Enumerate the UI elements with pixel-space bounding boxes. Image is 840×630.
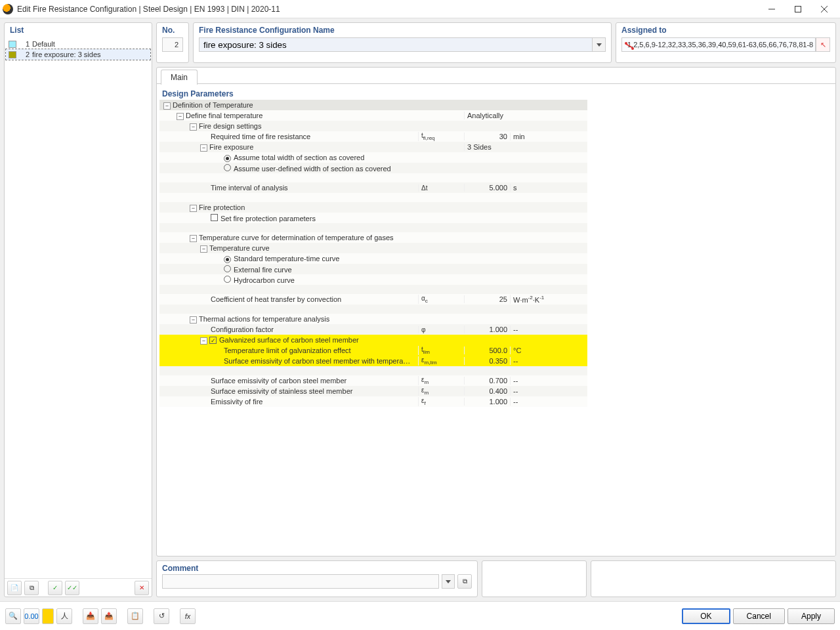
collapse-icon[interactable]: − bbox=[177, 113, 184, 120]
row-std-curve[interactable]: Standard temperature-time curve bbox=[159, 253, 587, 264]
units-button[interactable]: 0.00 bbox=[24, 608, 39, 624]
svg-rect-1 bbox=[795, 6, 801, 12]
row-assume-total-width[interactable]: Assume total width of section as covered bbox=[159, 152, 587, 163]
row-temp-curve[interactable]: −Temperature curve bbox=[159, 243, 587, 253]
config-name-input[interactable] bbox=[199, 37, 593, 52]
collapse-icon[interactable]: − bbox=[190, 123, 197, 131]
collapse-icon[interactable]: − bbox=[190, 235, 197, 242]
collapse-icon[interactable]: − bbox=[200, 337, 207, 345]
row-surf-emis-stainless[interactable]: Surface emissivity of stainless steel me… bbox=[159, 386, 587, 396]
maximize-button[interactable] bbox=[785, 0, 811, 18]
color-swatch bbox=[9, 41, 16, 48]
row-thermal-actions-group[interactable]: −Thermal actions for temperature analysi… bbox=[159, 314, 587, 324]
row-ext-curve[interactable]: External fire curve bbox=[159, 264, 587, 274]
delete-button[interactable]: ✕ bbox=[135, 581, 149, 595]
collapse-icon[interactable]: − bbox=[190, 205, 197, 212]
row-fire-design-settings[interactable]: −Fire design settings bbox=[159, 121, 587, 131]
row-galvanized-surface[interactable]: −✓Galvanized surface of carbon steel mem… bbox=[159, 335, 587, 345]
row-emis-fire[interactable]: Emissivity of fire εf1.000-- bbox=[159, 396, 587, 407]
spacer-row bbox=[159, 223, 587, 232]
members-filter-button[interactable]: 人 bbox=[56, 608, 72, 624]
radio-ext-curve[interactable] bbox=[224, 265, 231, 272]
assigned-box: Assigned to 1,2,5,6,9-12,32,33,35,36,39,… bbox=[616, 22, 836, 63]
function-button[interactable]: fx bbox=[180, 608, 196, 624]
list-header: List bbox=[5, 23, 152, 37]
list-item-fire-exposure[interactable]: 2 fire exposure: 3 sides bbox=[6, 49, 150, 60]
no-field[interactable]: 2 bbox=[162, 37, 183, 52]
row-surf-emis-galv[interactable]: Surface emissivity of carbon steel membe… bbox=[159, 356, 587, 366]
design-parameters-title: Design Parameters bbox=[159, 88, 587, 100]
checkbox-set-fire-protection[interactable] bbox=[211, 214, 218, 221]
spare-box-2 bbox=[591, 560, 836, 597]
no-box: No. 2 bbox=[156, 22, 189, 63]
comment-dropdown-button[interactable] bbox=[442, 574, 455, 589]
row-hydro-curve[interactable]: Hydrocarbon curve bbox=[159, 274, 587, 285]
collapse-icon[interactable]: − bbox=[200, 245, 207, 253]
name-dropdown-button[interactable] bbox=[593, 37, 606, 52]
row-fire-protection[interactable]: −Fire protection bbox=[159, 202, 587, 213]
row-required-time[interactable]: Required time of fire resistance tfi,req… bbox=[159, 131, 587, 142]
radio-user-width[interactable] bbox=[224, 164, 231, 171]
copy-button[interactable]: ⧉ bbox=[24, 581, 39, 595]
tab-main[interactable]: Main bbox=[161, 70, 198, 85]
cancel-button[interactable]: Cancel bbox=[733, 608, 785, 624]
apply-button[interactable]: Apply bbox=[788, 608, 835, 624]
group-definition-temperature[interactable]: −Definition of Temperature bbox=[159, 100, 587, 110]
row-config-factor[interactable]: Configuration factor φ1.000-- bbox=[159, 324, 587, 335]
spacer-row bbox=[159, 173, 587, 182]
ok-button[interactable]: OK bbox=[682, 608, 730, 624]
spacer-row bbox=[159, 193, 587, 202]
spare-box bbox=[482, 560, 587, 597]
list-item-default[interactable]: 1 Default bbox=[6, 39, 150, 49]
row-fire-exposure[interactable]: −Fire exposure 3 Sides bbox=[159, 142, 587, 152]
checkbox-galvanized[interactable]: ✓ bbox=[209, 337, 217, 344]
list-panel: List 1 Default 2 fire exposure: 3 sides … bbox=[4, 22, 152, 597]
radio-std-curve[interactable] bbox=[224, 256, 231, 263]
collapse-icon[interactable]: − bbox=[200, 144, 207, 152]
minimize-button[interactable] bbox=[759, 0, 785, 18]
row-set-fire-protection[interactable]: Set fire protection parameters bbox=[159, 213, 587, 223]
window-title: Edit Fire Resistance Configuration | Ste… bbox=[17, 5, 759, 14]
clipboard-button[interactable]: 📋 bbox=[127, 608, 143, 624]
row-surf-emis-carbon[interactable]: Surface emissivity of carbon steel membe… bbox=[159, 375, 587, 386]
name-box: Fire Resistance Configuration Name bbox=[193, 22, 612, 63]
help-button[interactable]: 🔍 bbox=[5, 608, 21, 624]
assigned-to-field[interactable]: 1,2,5,6,9-12,32,33,35,36,39,40,59,61-63,… bbox=[621, 37, 816, 52]
row-define-final-temp[interactable]: −Define final temperature Analytically bbox=[159, 110, 587, 121]
comment-library-button[interactable]: ⧉ bbox=[457, 574, 472, 589]
row-temp-curve-group[interactable]: −Temperature curve for determination of … bbox=[159, 232, 587, 243]
spacer-row bbox=[159, 304, 587, 314]
color-button[interactable] bbox=[42, 608, 54, 624]
app-icon bbox=[3, 4, 13, 14]
radio-hydro-curve[interactable] bbox=[224, 276, 231, 283]
spacer-row bbox=[159, 285, 587, 294]
comment-input[interactable] bbox=[162, 574, 439, 589]
import-button[interactable]: 📥 bbox=[83, 608, 98, 624]
radio-total-width[interactable] bbox=[224, 155, 231, 162]
new-button[interactable]: 📄 bbox=[7, 581, 22, 595]
spacer-row bbox=[159, 366, 587, 375]
comment-box: Comment ⧉ bbox=[156, 560, 478, 597]
preview-area bbox=[590, 84, 835, 556]
reset-button[interactable]: ↺ bbox=[154, 608, 169, 624]
pick-members-button[interactable]: ↖ bbox=[816, 37, 830, 52]
row-time-interval[interactable]: Time interval of analysis Δt5.000s bbox=[159, 182, 587, 193]
check2-button[interactable]: ✓✓ bbox=[65, 581, 79, 595]
color-swatch bbox=[9, 51, 16, 58]
row-temp-limit[interactable]: Temperature limit of galvanization effec… bbox=[159, 345, 587, 356]
collapse-icon[interactable]: − bbox=[163, 102, 171, 110]
check-button[interactable]: ✓ bbox=[48, 581, 62, 595]
row-assume-user-width[interactable]: Assume user-defined width of section as … bbox=[159, 163, 587, 173]
export-button[interactable]: 📤 bbox=[101, 608, 117, 624]
titlebar: Edit Fire Resistance Configuration | Ste… bbox=[0, 0, 840, 18]
row-coeff-heat[interactable]: Coefficient of heat transfer by convecti… bbox=[159, 294, 587, 304]
collapse-icon[interactable]: − bbox=[190, 316, 197, 324]
close-button[interactable] bbox=[811, 0, 837, 18]
